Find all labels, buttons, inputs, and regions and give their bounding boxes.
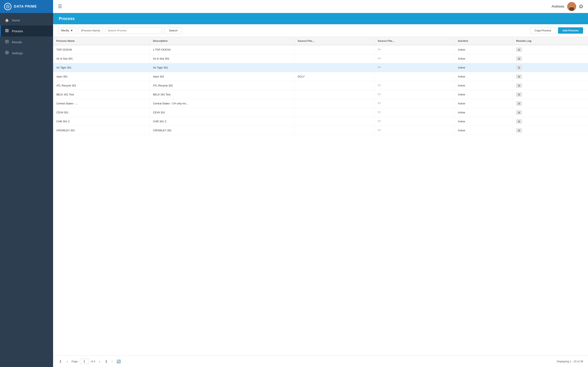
logo-icon [4, 3, 11, 10]
pagination: ⟪ ‹ Page of 4 › ⟫ | 🔄 Displaying 1 - 10 … [53, 356, 588, 367]
table-row[interactable]: ATL Recycle 301 ATL Recycle 301 *.* Acti… [53, 81, 588, 90]
topbar-left: ☰ [58, 4, 62, 9]
page-input[interactable] [80, 359, 89, 364]
cell-results-log: ▤ [513, 45, 588, 54]
topbar-right: Andrews ⏻ [552, 2, 583, 11]
table-row[interactable]: Apex 301 Apex 301 DCLI* Active ▤ [53, 72, 588, 81]
results-log-button[interactable]: ▤ [516, 128, 522, 133]
menu-button[interactable]: ☰ [58, 4, 62, 9]
settings-icon [5, 51, 9, 55]
last-page-button[interactable]: ⟫ [104, 359, 109, 364]
cell-process-name: CHR 301 C [53, 117, 150, 126]
cell-results-log: ▤ [513, 117, 588, 126]
filter-by-label: filterBy [61, 29, 69, 32]
toolbar: filterBy ▼ [Process Name] Search Copy Pr… [53, 24, 588, 37]
cell-description: Central States - CH only mo... [150, 99, 294, 108]
cell-description: ATL Recycle 301 [150, 81, 294, 90]
next-page-button[interactable]: › [97, 359, 102, 364]
prev-page-button[interactable]: ‹ [65, 359, 69, 364]
cell-source-file-2: *.* [374, 99, 454, 108]
search-input[interactable] [105, 27, 162, 34]
cell-source-file-2: *.* [374, 63, 454, 72]
page-title: Process [59, 16, 75, 21]
copy-process-button[interactable]: Copy Process [530, 27, 556, 34]
cell-source-file-1 [294, 126, 374, 135]
results-log-button[interactable]: ▤ [516, 66, 522, 70]
cell-process-name: ATL Recycle 301 [53, 81, 150, 90]
cell-is-active: Active [454, 63, 513, 72]
cell-source-file-2: *.* [374, 81, 454, 90]
cell-process-name: CROWLEY 301 [53, 126, 150, 135]
cell-source-file-1 [294, 99, 374, 108]
cell-source-file-1 [294, 90, 374, 99]
cell-source-file-2 [374, 72, 454, 81]
filter-by-button[interactable]: filterBy ▼ [58, 27, 76, 34]
results-log-button[interactable]: ▤ [516, 48, 522, 52]
results-log-button[interactable]: ▤ [516, 92, 522, 97]
results-log-button[interactable]: ▤ [516, 110, 522, 115]
cell-is-active: Active [454, 81, 513, 90]
table-row[interactable]: Air & Sea 301 Air & Sea 301 *.* Active ▤ [53, 54, 588, 63]
table-row[interactable]: CEVA 301 CEVA 301 *.* Active ▤ [53, 108, 588, 117]
svg-point-13 [570, 4, 573, 7]
cell-source-file-2: *.* [374, 126, 454, 135]
logo-text: DATA PRIME [14, 4, 37, 8]
cell-description: BELK 301 Test [150, 90, 294, 99]
table-row[interactable]: Central States - ... Central States - CH… [53, 99, 588, 108]
power-button[interactable]: ⏻ [579, 4, 583, 9]
cell-is-active: Active [454, 72, 513, 81]
cell-description: z TOP OCEAN [150, 45, 294, 54]
table-row[interactable]: CROWLEY 301 CROWLEY 301 *.* Active ▤ [53, 126, 588, 135]
results-log-button[interactable]: ▤ [516, 119, 522, 124]
process-name-badge: [Process Name] [78, 27, 103, 34]
cell-results-log: ▤ [513, 126, 588, 135]
filter-dropdown-icon: ▼ [70, 29, 73, 32]
cell-results-log: ▤ [513, 90, 588, 99]
results-log-button[interactable]: ▤ [516, 75, 522, 79]
cell-source-file-1 [294, 117, 374, 126]
page-header: Process [53, 13, 588, 24]
cell-process-name: Central States - ... [53, 99, 150, 108]
sidebar-item-home[interactable]: 🏠 Home [0, 15, 53, 25]
cell-process-name: Air Tiger 301 [53, 63, 150, 72]
col-is-active: IsActive [454, 37, 513, 45]
cell-description: CROWLEY 301 [150, 126, 294, 135]
sidebar-item-home-label: Home [12, 18, 20, 22]
user-name: Andrews [552, 5, 564, 8]
first-page-button[interactable]: ⟪ [58, 359, 63, 364]
table-row[interactable]: CHR 301 C CHR 301 C *.* Active ▤ [53, 117, 588, 126]
col-source-file-2: Source File... [374, 37, 454, 45]
page-of: of 4 [91, 360, 95, 363]
cell-source-file-2: *.* [374, 54, 454, 63]
results-log-button[interactable]: ▤ [516, 57, 522, 61]
page-label: Page [71, 360, 78, 363]
add-process-button[interactable]: Add Process [558, 27, 583, 34]
sidebar-item-settings[interactable]: Settings [0, 48, 53, 58]
cell-is-active: Active [454, 99, 513, 108]
table-row[interactable]: BELK 301 Test BELK 301 Test *.* Active ▤ [53, 90, 588, 99]
results-log-button[interactable]: ▤ [516, 101, 522, 106]
cell-source-file-1 [294, 45, 374, 54]
table-row[interactable]: TOP OCEAN z TOP OCEAN *.* Active ▤ [53, 45, 588, 54]
sidebar-item-process[interactable]: Process [0, 25, 53, 36]
table-row[interactable]: Air Tiger 301 Air Tiger 301 *.* Active ▤ [53, 63, 588, 72]
refresh-button[interactable]: 🔄 [117, 359, 121, 363]
results-log-button[interactable]: ▤ [516, 83, 522, 88]
cell-source-file-1 [294, 63, 374, 72]
cell-source-file-1 [294, 108, 374, 117]
svg-rect-2 [7, 29, 8, 30]
sidebar-item-results[interactable]: Results [0, 36, 53, 48]
cell-results-log: ▤ [513, 99, 588, 108]
sidebar-nav: 🏠 Home Process [0, 13, 53, 367]
cell-is-active: Active [454, 45, 513, 54]
cell-is-active: Active [454, 108, 513, 117]
search-button[interactable]: Search [164, 27, 182, 34]
results-icon [5, 40, 9, 44]
col-process-name: Process Name [53, 37, 150, 45]
cell-process-name: Apex 301 [53, 72, 150, 81]
sidebar: DATA PRIME 🏠 Home Process [0, 0, 53, 367]
cell-is-active: Active [454, 90, 513, 99]
sidebar-item-results-label: Results [12, 40, 22, 44]
col-source-file-1: Source File... [294, 37, 374, 45]
cell-source-file-1 [294, 54, 374, 63]
